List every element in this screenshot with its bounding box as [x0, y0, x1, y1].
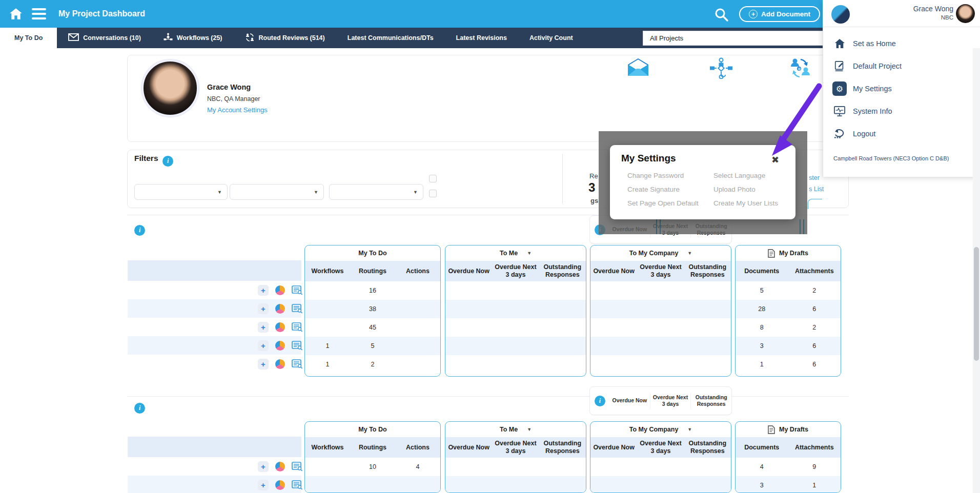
- column-header: Routings: [350, 444, 395, 451]
- scrollbar-thumb[interactable]: [974, 247, 979, 361]
- info-icon[interactable]: i: [595, 396, 605, 406]
- cell-value: 1: [788, 482, 841, 489]
- profile-avatar[interactable]: [141, 59, 199, 117]
- column-header: OutstandingResponses: [684, 263, 731, 279]
- tab-activity-count[interactable]: Activity Count: [518, 28, 584, 48]
- current-project-label: Campbell Road Towers (NEC3 Option C D&B): [833, 155, 949, 161]
- doc-search-icon[interactable]: [292, 285, 303, 295]
- hidden-routings-fragment: gs: [590, 197, 598, 204]
- close-icon[interactable]: ✖: [771, 154, 779, 166]
- pie-chart-icon[interactable]: [275, 341, 285, 351]
- pie-chart-icon[interactable]: [275, 304, 285, 314]
- doc-search-icon[interactable]: [292, 359, 303, 369]
- filter-select-contract-package[interactable]: ▼: [230, 184, 324, 200]
- project-filter-select[interactable]: All Projects: [643, 31, 823, 46]
- add-icon[interactable]: +: [258, 340, 269, 351]
- add-icon[interactable]: +: [258, 359, 269, 369]
- add-icon[interactable]: +: [258, 461, 269, 472]
- popup-link-create-my-user-lists[interactable]: Create My User Lists: [713, 199, 781, 207]
- group-title[interactable]: To My Company▼: [590, 422, 731, 437]
- tab-workflows-25[interactable]: Workflows (25): [152, 28, 234, 48]
- plus-circle-icon: +: [749, 10, 758, 18]
- home-icon[interactable]: [9, 7, 23, 20]
- doc-search-icon[interactable]: [292, 462, 303, 471]
- search-icon[interactable]: [713, 7, 729, 22]
- column-header: Attachments: [788, 268, 841, 275]
- chevron-down-icon: ▼: [687, 251, 692, 256]
- menu-item-set-as-home[interactable]: Set as Home: [823, 34, 980, 53]
- checkbox[interactable]: [429, 190, 437, 197]
- drafts-doc-icon: [768, 425, 775, 434]
- doc-search-icon[interactable]: [292, 322, 303, 332]
- tab-routed-reviews-514[interactable]: Routed Reviews (514): [234, 28, 336, 48]
- add-icon[interactable]: +: [258, 480, 269, 490]
- doc-search-icon[interactable]: [292, 480, 303, 490]
- checkbox[interactable]: [429, 175, 437, 182]
- doc-search-icon[interactable]: [292, 304, 303, 314]
- group-title[interactable]: To Me▼: [445, 245, 586, 261]
- pie-chart-icon[interactable]: [275, 480, 285, 490]
- column-header: Overdue Now: [445, 444, 492, 451]
- table-row: [445, 300, 586, 318]
- add-document-button[interactable]: + Add Document: [739, 6, 820, 22]
- group-title[interactable]: To Me▼: [445, 422, 586, 437]
- stat-conversations[interactable]: [595, 57, 682, 84]
- filter-select-process-register[interactable]: ▼: [134, 184, 228, 200]
- filter-select-discipline[interactable]: ▼: [329, 184, 423, 200]
- profile-name: Grace Wong: [207, 83, 251, 91]
- scrollbar-track[interactable]: [973, 48, 980, 493]
- popup-link-upload-photo[interactable]: Upload Photo: [713, 186, 781, 193]
- stat-workflows[interactable]: [678, 57, 765, 86]
- tab-latest-communications-dts[interactable]: Latest Communications/DTs: [336, 28, 445, 48]
- info-icon[interactable]: i: [134, 225, 145, 236]
- group-box-tome: To Me▼Overdue NowOverdue Next3 daysOutst…: [445, 245, 586, 377]
- docs-list-fragment: s List: [809, 186, 824, 193]
- my-account-settings-link[interactable]: My Account Settings: [207, 106, 268, 114]
- table-row: [590, 318, 731, 337]
- hidden-register-fragment: Re: [589, 172, 598, 180]
- process-register-header: [128, 260, 301, 281]
- table-row: [590, 458, 731, 476]
- cell-value: 4: [736, 463, 788, 470]
- table-row: [590, 337, 731, 355]
- section-separator: [127, 396, 849, 397]
- popup-link-select-language[interactable]: Select Language: [713, 172, 781, 179]
- menu-item-system-info[interactable]: System Info: [823, 101, 980, 121]
- group-title[interactable]: To My Company▼: [590, 245, 731, 261]
- filters-title: Filters: [134, 154, 158, 162]
- column-header: Documents: [736, 268, 788, 275]
- add-icon[interactable]: +: [258, 303, 269, 314]
- info-icon[interactable]: i: [162, 156, 173, 167]
- column-header: Overdue Now: [590, 444, 637, 451]
- column-header: OutstandingResponses: [684, 440, 731, 455]
- popup-link-create-signature[interactable]: Create Signature: [627, 186, 713, 193]
- pie-chart-icon[interactable]: [275, 359, 285, 369]
- user-avatar[interactable]: [956, 4, 975, 23]
- tab-latest-revisions[interactable]: Latest Revisions: [445, 28, 518, 48]
- tab-my-to-do[interactable]: My To Do: [0, 28, 57, 48]
- pie-chart-icon[interactable]: [275, 322, 285, 332]
- workflows-icon: [678, 57, 765, 81]
- gear-icon: ⚙: [832, 81, 847, 96]
- table-row: [590, 300, 731, 318]
- popup-title: My Settings: [621, 153, 676, 164]
- svg-text:⊕: ⊕: [798, 67, 801, 71]
- doc-search-icon[interactable]: [292, 341, 303, 351]
- add-icon[interactable]: +: [258, 285, 269, 296]
- tab-conversations-10[interactable]: Conversations (10): [57, 28, 152, 48]
- pie-chart-icon[interactable]: [275, 462, 285, 471]
- add-icon[interactable]: +: [258, 322, 269, 333]
- pie-chart-icon[interactable]: [275, 285, 285, 295]
- group-title: My To Do: [305, 422, 440, 437]
- hamburger-menu-icon[interactable]: [32, 8, 46, 19]
- menu-item-default-project[interactable]: Default Project: [823, 56, 980, 76]
- section-title: i: [130, 222, 145, 234]
- chevron-down-icon: ▼: [527, 427, 532, 432]
- popup-link-change-password[interactable]: Change Password: [627, 172, 713, 179]
- menu-item-logout[interactable]: Logout: [823, 124, 980, 143]
- info-icon[interactable]: i: [134, 403, 145, 414]
- table-row: [590, 355, 731, 374]
- group-box-mytodo: My To DoWorkflowsRoutingsActions104: [304, 421, 441, 493]
- menu-item-my-settings[interactable]: ⚙My Settings: [823, 79, 980, 98]
- popup-link-set-page-open-default[interactable]: Set Page Open Default: [627, 199, 713, 207]
